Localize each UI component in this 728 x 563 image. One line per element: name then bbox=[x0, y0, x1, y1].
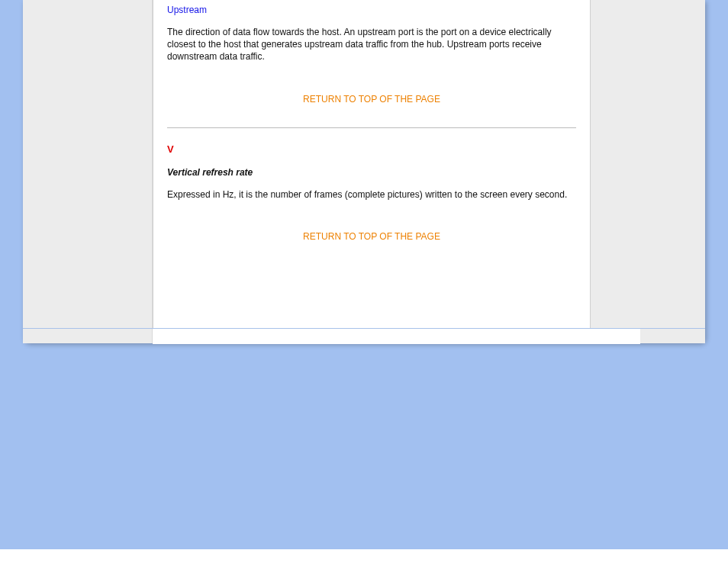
return-to-top-link-2[interactable]: RETURN TO TOP OF THE PAGE bbox=[167, 231, 576, 242]
right-sidebar bbox=[591, 0, 705, 343]
term-title-upstream: Upstream bbox=[167, 5, 576, 15]
footer-strip bbox=[23, 328, 705, 343]
term-desc-upstream: The direction of data flow towards the h… bbox=[167, 26, 576, 63]
section-letter-v: V bbox=[167, 143, 576, 155]
term-title-vertical-refresh: Vertical refresh rate bbox=[167, 167, 576, 178]
left-sidebar bbox=[23, 0, 153, 343]
content-column: Upstream The direction of data flow towa… bbox=[153, 0, 591, 343]
footer-white bbox=[153, 329, 640, 344]
term-desc-vertical-refresh: Expressed in Hz, it is the number of fra… bbox=[167, 188, 576, 201]
section-divider bbox=[167, 127, 576, 128]
return-to-top-link-1[interactable]: RETURN TO TOP OF THE PAGE bbox=[167, 94, 576, 105]
outer-frame: Upstream The direction of data flow towa… bbox=[0, 0, 728, 549]
page-container: Upstream The direction of data flow towa… bbox=[23, 0, 705, 343]
